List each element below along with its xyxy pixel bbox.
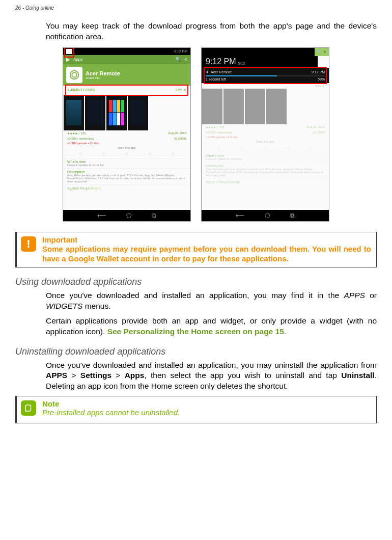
app-publisher: ACER INC. — [86, 76, 120, 79]
thumbnail — [106, 95, 127, 130]
play-store-icon: ▶ — [66, 57, 70, 62]
shade-date: 5/13 — [238, 62, 245, 66]
thumbnail — [64, 95, 84, 130]
note-callout: Note Pre-installed apps cannot be uninst… — [15, 396, 377, 423]
screenshot-thumbnails — [202, 89, 329, 124]
notification-shade-header: 9:12 PM 5/13 — [202, 48, 318, 68]
share-icon: < — [320, 48, 329, 56]
app-hero: Acer Remote ACER INC. — [63, 64, 190, 86]
thumbnail — [85, 95, 105, 130]
note-body: Pre-installed apps cannot be uninstalled… — [42, 408, 371, 417]
heading-using-apps: Using downloaded applications — [15, 277, 377, 287]
description-header: Description — [63, 168, 190, 174]
meta-row-2: 10,000+ downloads 21.03MB — [63, 136, 190, 141]
description-body: Acer Remote lets you remotely control yo… — [63, 174, 190, 184]
thumbnail — [128, 95, 148, 130]
note-icon — [21, 400, 36, 416]
whats-new-body: Feature update & Issue Fix — [63, 164, 190, 168]
svg-point-0 — [70, 71, 79, 79]
intro-paragraph: You may keep track of the download progr… — [46, 21, 377, 42]
heading-uninstalling: Uninstalling downloaded applications — [15, 346, 377, 357]
download-notification: ⬇Acer Remote 9:12 PM 1 second left 59% — [202, 68, 329, 83]
app-date: Aug 29, 2013 — [168, 131, 186, 135]
home-icon: ⬠ — [126, 212, 131, 219]
recents-icon: ⧉ — [152, 212, 156, 219]
plus-one-row: +1 386 people +1'd this. — [63, 141, 190, 145]
important-callout: ! Important Some applications may requir… — [15, 232, 377, 267]
app-icon — [66, 67, 82, 83]
app-size: 21.03MB — [174, 137, 186, 140]
rating-stars: ☆☆☆☆☆ — [63, 150, 190, 158]
svg-point-1 — [72, 72, 76, 77]
recents-icon: ⧉ — [290, 212, 295, 219]
shade-time: 9:12 PM — [206, 57, 236, 66]
downloads-count: 10,000+ downloads — [67, 137, 94, 140]
important-title: Important — [42, 235, 371, 244]
whats-new-header: What's new — [63, 158, 190, 164]
notif-progress-bar — [206, 75, 325, 76]
highlight-box-progress — [65, 85, 188, 96]
back-icon: ⟵ — [97, 212, 106, 219]
uninstalling-p1: Once you've downloaded and installed an … — [46, 360, 377, 392]
nav-bar: ⟵ ⬠ ⧉ — [202, 210, 329, 221]
status-bar: 9:12 PM — [63, 48, 190, 55]
rate-label: Rate this app — [63, 145, 190, 150]
back-icon: ⟵ — [236, 212, 244, 219]
screenshot-thumbnails — [63, 95, 190, 130]
note-title: Note — [42, 399, 371, 408]
screenshot-notification: 9:12 PM 5/13 🔍 < ⬇Acer Remote 9:12 PM 1 … — [201, 47, 329, 222]
search-icon: 🔍 — [175, 57, 181, 62]
using-apps-p1: Once you've downloaded and installed an … — [46, 290, 377, 312]
screenshot-app-page: 9:12 PM ▶ Apps 🔍 < Acer Remote ACER INC. — [63, 47, 191, 222]
share-icon: < — [184, 57, 187, 62]
cross-reference-link[interactable]: See Personalizing the Home screen on pag… — [107, 327, 284, 336]
meta-row: ★★★★☆ 379 Aug 29, 2013 — [63, 130, 190, 136]
rating-count: 379 — [81, 132, 86, 135]
page-header: 26 - Going online — [15, 5, 377, 11]
app-bar: ▶ Apps 🔍 < — [63, 55, 190, 64]
important-icon: ! — [21, 236, 36, 252]
screenshot-row: 9:12 PM ▶ Apps 🔍 < Acer Remote ACER INC. — [15, 47, 377, 222]
highlight-box-statusbar — [64, 47, 74, 58]
status-time: 9:12 PM — [174, 49, 187, 53]
sys-req-header: System Requirement — [63, 184, 190, 190]
using-apps-p2: Certain applications provide both an app… — [46, 316, 377, 337]
app-name: Acer Remote — [86, 70, 120, 76]
nav-bar: ⟵ ⬠ ⧉ — [63, 210, 190, 221]
download-progress-row: 2.48MB/21.03MB 11% ✕ — [63, 86, 190, 95]
important-body: Some applications may require payment be… — [42, 244, 371, 264]
home-icon: ⬠ — [265, 212, 270, 219]
app-bar-title: Apps — [73, 57, 172, 62]
